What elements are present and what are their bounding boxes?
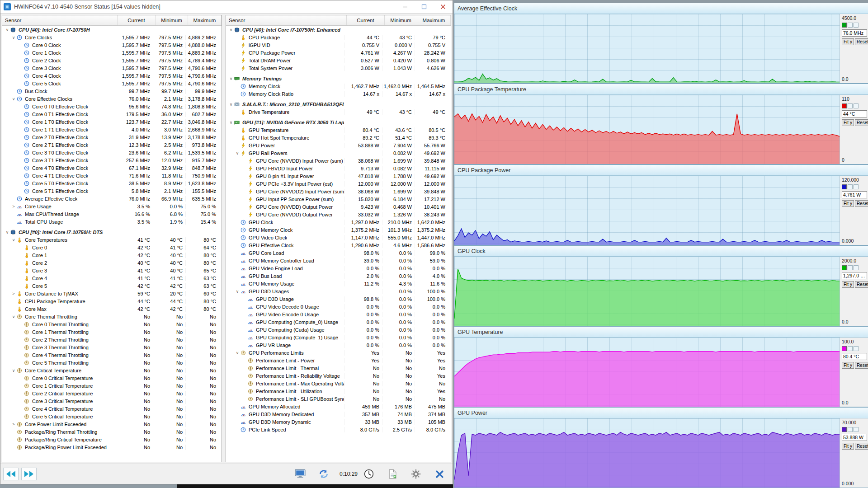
sensor-row[interactable]: Core 0 Clock1,595.7 MHz797.5 MHz4,888.0 … xyxy=(2,41,219,49)
sensor-row[interactable]: Core 441 °C41 °C63 °C xyxy=(2,274,219,282)
sensor-row[interactable]: Core 1 Thermal ThrottlingNoNoNo xyxy=(2,328,219,336)
column-header-maximum[interactable]: Maximum xyxy=(188,15,222,25)
chevron-down-icon[interactable]: ∨ xyxy=(228,120,234,125)
fit-y-button[interactable]: Fit y xyxy=(842,281,854,288)
sensor-row[interactable]: GPU Effective Clock1,290.6 MHz4.6 MHz1,5… xyxy=(226,241,448,249)
sensor-row[interactable]: GPU Video Engine Load0.0 %0.0 %0.0 % xyxy=(226,264,448,272)
sensor-row[interactable]: Core 3 Critical TemperatureNoNoNo xyxy=(2,397,219,405)
sensor-row[interactable]: Core 4 Clock1,595.7 MHz797.5 MHz4,790.6 … xyxy=(2,72,219,80)
series-color-swatch[interactable] xyxy=(842,103,847,108)
sensor-row[interactable]: GPU Video Encode 0 Usage0.0 %0.0 %0.0 % xyxy=(226,310,448,318)
chevron-down-icon[interactable]: ∨ xyxy=(234,351,241,355)
column-header-sensor[interactable]: Sensor xyxy=(226,15,347,25)
sensor-row[interactable]: Core 5 Thermal ThrottlingNoNoNo xyxy=(2,359,219,366)
sensor-row[interactable]: Bus Clock99.7 MHz99.7 MHz99.9 MHz xyxy=(2,87,219,95)
sensor-row[interactable]: >Core Distance to TjMAX59 °C20 °C60 °C xyxy=(2,290,219,297)
chevron-down-icon[interactable]: ∨ xyxy=(228,76,234,81)
sensor-row[interactable]: Core 1 Critical TemperatureNoNoNo xyxy=(2,382,219,389)
column-header-minimum[interactable]: Minimum xyxy=(156,15,188,25)
sensor-row[interactable]: Package/Ring Power Limit ExceededNoNoNo xyxy=(2,443,219,451)
chevron-right-icon[interactable]: > xyxy=(10,204,17,209)
sensor-section-row[interactable]: ∨CPU [#0]: Intel Core i7-10750H xyxy=(2,26,219,33)
graph-mini-button[interactable] xyxy=(848,427,853,432)
column-header-minimum[interactable]: Minimum xyxy=(385,15,417,25)
sensor-row[interactable]: Core 4 Thermal ThrottlingNoNoNo xyxy=(2,351,219,359)
sensor-row[interactable]: ∨Core Thermal ThrottlingNoNoNo xyxy=(2,313,219,320)
reset-button[interactable]: Reset xyxy=(855,281,868,288)
sensor-row[interactable]: GPU Memory Usage11.2 %4.3 %11.6 % xyxy=(226,280,448,287)
sensor-row[interactable]: CPU Package44 °C43 °C79 °C xyxy=(226,33,448,41)
chevron-right-icon[interactable]: > xyxy=(10,422,17,427)
graph-mini-button[interactable] xyxy=(854,265,859,270)
sensor-row[interactable]: GPU Temperature80.4 °C43.6 °C80.5 °C xyxy=(226,126,448,134)
sensor-row[interactable]: Core 3 T1 Effective Clock257.6 MHz12.0 M… xyxy=(2,156,219,164)
sensor-row[interactable]: Drive Temperature49 °C43 °C49 °C xyxy=(226,108,448,116)
sensor-row[interactable]: Core 142 °C40 °C80 °C xyxy=(2,251,219,259)
sensor-row[interactable]: Core 5 T1 Effective Clock5.8 MHz2.1 MHz1… xyxy=(2,187,219,195)
chevron-down-icon[interactable]: ∨ xyxy=(228,102,234,107)
sensor-row[interactable]: GPU FBVDD Input Power9.713 W0.082 W11.11… xyxy=(226,164,448,172)
sensor-row[interactable]: Core 0 T1 Effective Clock179.5 MHz36.0 M… xyxy=(2,110,219,118)
series-color-swatch[interactable] xyxy=(842,346,847,351)
logging-button[interactable] xyxy=(386,467,399,481)
sensor-row[interactable]: Core 2 Thermal ThrottlingNoNoNo xyxy=(2,336,219,343)
uptime-clock-button[interactable] xyxy=(362,467,376,481)
graph-mini-button[interactable] xyxy=(854,184,859,189)
sensor-row[interactable]: Performance Limit - PowerYesNoYes xyxy=(226,357,448,364)
graph-mini-button[interactable] xyxy=(854,103,859,108)
sensor-row[interactable]: GPU Memory Allocated459 MB176 MB475 MB xyxy=(226,403,448,410)
graph-titlebar[interactable]: CPU Package Temperature xyxy=(454,84,868,95)
sensor-row[interactable]: Core 4 Critical TemperatureNoNoNo xyxy=(2,405,219,413)
sensor-row[interactable]: >Core Power Limit ExceededNoNoNo xyxy=(2,420,219,428)
sensor-row[interactable]: Max CPU/Thread Usage16.6 %6.8 %75.0 % xyxy=(2,210,219,218)
sensor-row[interactable]: ∨Core Clocks1,595.7 MHz797.5 MHz4,889.2 … xyxy=(2,33,219,41)
graph-mini-button[interactable] xyxy=(854,346,859,351)
fit-y-button[interactable]: Fit y xyxy=(842,38,854,45)
sensor-row[interactable]: ∨GPU D3D Usages0.0 %100.0 % xyxy=(226,287,448,295)
sensor-row[interactable]: GPU Core (NVVDD) Output Power33.032 W1.3… xyxy=(226,211,448,218)
chevron-down-icon[interactable]: ∨ xyxy=(234,151,241,155)
sensor-row[interactable]: GPU Core (NVVDD) Input Power (sum)38.068… xyxy=(226,157,448,164)
sensor-row[interactable]: Core 0 T0 Effective Clock95.6 MHz74.8 MH… xyxy=(2,103,219,110)
column-header-maximum[interactable]: Maximum xyxy=(417,15,451,25)
sensor-row[interactable]: Core 240 °C40 °C80 °C xyxy=(2,259,219,267)
reset-button[interactable]: Reset xyxy=(855,362,868,369)
sensor-row[interactable]: GPU Video Decode 0 Usage0.0 %0.0 %0.0 % xyxy=(226,303,448,310)
graph-titlebar[interactable]: GPU Power xyxy=(454,408,868,418)
settings-button[interactable] xyxy=(409,467,423,481)
column-header-current[interactable]: Current xyxy=(118,15,156,25)
sensor-row[interactable]: PCIe Link Speed8.0 GT/s2.5 GT/s8.0 GT/s xyxy=(226,426,448,433)
sensor-row[interactable]: Performance Limit - Max Operating Voltag… xyxy=(226,380,448,387)
sensor-row[interactable]: Core Max42 °C42 °C80 °C xyxy=(2,305,219,313)
sensor-section-row[interactable]: ∨CPU [#0]: Intel Core i7-10750H: Enhance… xyxy=(226,26,448,33)
series-color-swatch[interactable] xyxy=(842,265,847,270)
sensor-section-row[interactable]: ∨CPU [#0]: Intel Core i7-10750H: DTS xyxy=(2,228,219,236)
close-sensors-button[interactable] xyxy=(433,467,446,481)
sensor-row[interactable]: Core 5 Clock1,595.7 MHz797.5 MHz4,790.6 … xyxy=(2,80,219,87)
sensor-row[interactable]: Core 1 T1 Effective Clock4.0 MHz3.0 MHz2… xyxy=(2,126,219,133)
sensor-row[interactable]: Total CPU Usage3.5 %1.9 %15.4 % xyxy=(2,218,219,225)
sensor-row[interactable]: CPU Package Temperature44 °C44 °C80 °C xyxy=(2,297,219,305)
sensor-row[interactable]: Core 2 T0 Effective Clock31.9 MHz13.9 MH… xyxy=(2,133,219,141)
sensor-row[interactable]: Core 3 Thermal ThrottlingNoNoNo xyxy=(2,343,219,351)
sensor-row[interactable]: GPU Computing (Compute_0) Usage0.0 %0.0 … xyxy=(226,318,448,326)
chevron-down-icon[interactable]: ∨ xyxy=(10,368,17,373)
sensor-row[interactable]: GPU Bus Load2.0 %0.0 %4.0 % xyxy=(226,272,448,280)
sensor-row[interactable]: Core 0 Thermal ThrottlingNoNoNo xyxy=(2,320,219,328)
sensor-row[interactable]: GPU 8-pin #1 Input Power47.818 W1.788 W4… xyxy=(226,172,448,180)
sensor-row[interactable]: Core 542 °C42 °C63 °C xyxy=(2,282,219,290)
chevron-down-icon[interactable]: ∨ xyxy=(4,28,10,32)
sensor-row[interactable]: Total System Power3.006 W1.043 W4.626 W xyxy=(226,64,448,72)
sensor-row[interactable]: GPU Core (NVVDD2) Input Power (sum)38.06… xyxy=(226,188,448,195)
series-color-swatch[interactable] xyxy=(842,427,847,432)
graph-titlebar[interactable]: CPU Package Power xyxy=(454,165,868,176)
series-color-swatch[interactable] xyxy=(842,23,847,28)
sensor-row[interactable]: Package/Ring Critical TemperatureNoNoNo xyxy=(2,436,219,443)
sensor-row[interactable]: GPU D3D Memory Dedicated357 MB74 MB374 M… xyxy=(226,410,448,418)
reset-button[interactable]: Reset xyxy=(855,443,868,450)
sensor-row[interactable]: GPU D3D Memory Dynamic33 MB33 MB105 MB xyxy=(226,418,448,426)
sensor-row[interactable]: Core 1 T0 Effective Clock123.7 MHz22.7 M… xyxy=(2,118,219,126)
sensor-row[interactable]: Core 042 °C41 °C64 °C xyxy=(2,244,219,251)
sensor-row[interactable]: GPU Core Load98.0 %0.0 %99.0 % xyxy=(226,249,448,257)
sensor-row[interactable]: Core 5 Critical TemperatureNoNoNo xyxy=(2,413,219,420)
